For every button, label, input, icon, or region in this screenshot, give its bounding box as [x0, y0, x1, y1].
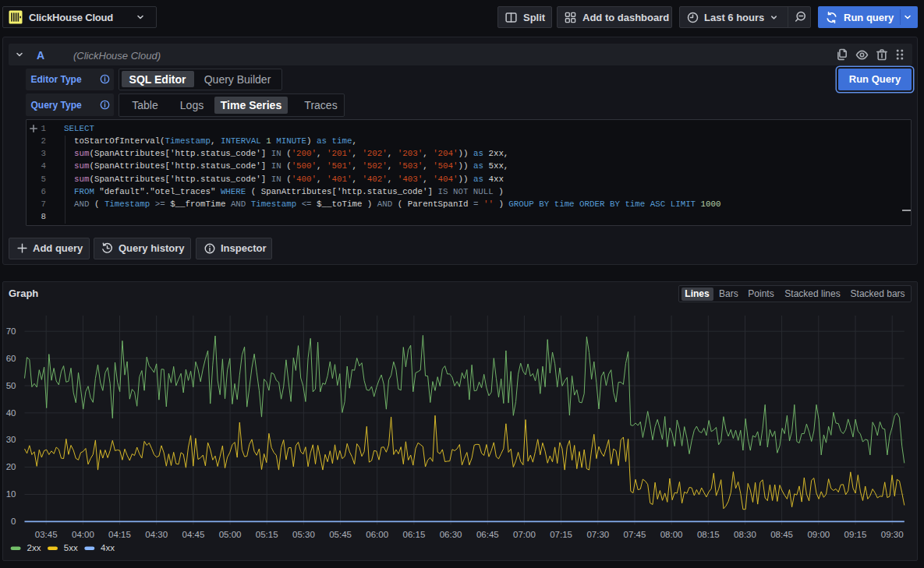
svg-text:4xx: 4xx [101, 543, 115, 552]
svg-text:07:30: 07:30 [586, 530, 609, 539]
svg-text:06:15: 06:15 [403, 530, 426, 539]
svg-text:05:15: 05:15 [256, 530, 278, 539]
svg-text:04:30: 04:30 [145, 530, 168, 539]
svg-text:08:45: 08:45 [770, 530, 793, 539]
svg-text:40: 40 [6, 408, 16, 418]
svg-text:5xx: 5xx [64, 543, 78, 552]
svg-text:09:15: 09:15 [844, 530, 867, 539]
svg-text:07:15: 07:15 [550, 530, 572, 539]
svg-text:0: 0 [11, 517, 16, 526]
svg-text:08:00: 08:00 [660, 530, 683, 539]
svg-text:05:45: 05:45 [329, 530, 352, 539]
svg-text:08:15: 08:15 [697, 530, 720, 539]
svg-text:04:45: 04:45 [182, 530, 205, 539]
svg-text:60: 60 [6, 354, 16, 363]
svg-text:04:15: 04:15 [108, 530, 131, 539]
svg-text:70: 70 [6, 326, 16, 336]
svg-text:06:45: 06:45 [476, 530, 499, 539]
svg-text:03:45: 03:45 [35, 530, 58, 539]
svg-text:07:45: 07:45 [624, 530, 646, 539]
svg-text:05:00: 05:00 [219, 530, 242, 539]
svg-text:50: 50 [6, 381, 16, 390]
svg-text:06:00: 06:00 [366, 530, 388, 539]
svg-text:06:30: 06:30 [440, 530, 462, 539]
svg-text:05:30: 05:30 [292, 530, 315, 539]
svg-text:20: 20 [6, 462, 16, 471]
svg-text:08:30: 08:30 [734, 530, 756, 539]
svg-text:10: 10 [6, 489, 16, 499]
svg-text:09:00: 09:00 [807, 530, 830, 539]
svg-text:07:00: 07:00 [513, 530, 536, 539]
svg-text:09:30: 09:30 [881, 530, 904, 539]
svg-text:2xx: 2xx [27, 543, 41, 552]
svg-text:04:00: 04:00 [72, 530, 94, 539]
svg-text:30: 30 [6, 435, 16, 444]
